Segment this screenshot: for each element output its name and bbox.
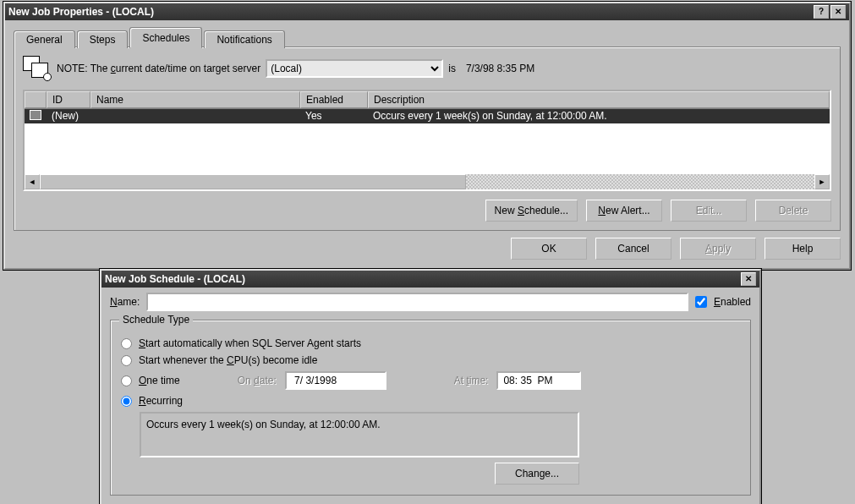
radio-recurring-label: Recurring: [139, 395, 183, 407]
radio-recurring[interactable]: [121, 396, 132, 407]
recurring-description: Occurs every 1 week(s) on Sunday, at 12:…: [140, 412, 579, 457]
job-properties-dialog: New Job Properties - (LOCAL) ? ✕ General…: [3, 2, 851, 270]
tab-steps[interactable]: Steps: [77, 30, 129, 48]
tab-general[interactable]: General: [14, 30, 75, 48]
radio-cpu-idle[interactable]: [121, 355, 132, 366]
titlebar[interactable]: New Job Properties - (LOCAL) ? ✕: [5, 3, 849, 20]
tabstrip: General Steps Schedules Notifications: [14, 27, 841, 48]
title-text: New Job Properties - (LOCAL): [8, 6, 812, 18]
radio-one-time[interactable]: [121, 375, 132, 386]
enabled-checkbox[interactable]: [695, 296, 707, 308]
close-icon[interactable]: ✕: [741, 272, 756, 286]
close-icon[interactable]: ✕: [830, 5, 846, 19]
note-is: is: [448, 63, 456, 74]
help-button[interactable]: Help: [765, 238, 841, 260]
col-icon[interactable]: [25, 91, 47, 108]
scroll-right-icon[interactable]: ►: [814, 174, 830, 189]
row-name: [90, 109, 300, 123]
list-item[interactable]: (New) Yes Occurs every 1 week(s) on Sund…: [25, 109, 830, 123]
schedule-icon: [23, 56, 52, 81]
on-date-label: On date:: [238, 375, 277, 386]
row-description: Occurs every 1 week(s) on Sunday, at 12:…: [368, 109, 830, 123]
enabled-label: Enabled: [714, 296, 751, 308]
new-alert-button[interactable]: New Alert...: [586, 200, 662, 222]
group-legend: Schedule Type: [119, 314, 193, 326]
col-id[interactable]: ID: [47, 91, 90, 108]
cancel-button[interactable]: Cancel: [595, 238, 671, 260]
ok-button[interactable]: OK: [511, 238, 587, 260]
target-server-select[interactable]: (Local): [266, 59, 443, 78]
titlebar[interactable]: New Job Schedule - (LOCAL) ✕: [101, 271, 759, 288]
tabpanel-schedules: NOTE: The current date/time on target se…: [14, 47, 841, 231]
name-label: Name:: [110, 296, 140, 308]
change-button[interactable]: Change...: [495, 463, 579, 485]
title-text: New Job Schedule - (LOCAL): [105, 273, 739, 285]
radio-autostart[interactable]: [121, 338, 132, 349]
help-icon[interactable]: ?: [814, 5, 829, 19]
delete-button[interactable]: Delete: [755, 200, 831, 222]
apply-button[interactable]: Apply: [680, 238, 756, 260]
on-date-input[interactable]: [285, 371, 386, 390]
radio-autostart-label: Start automatically when SQL Server Agen…: [139, 337, 361, 349]
at-time-label: At time:: [454, 375, 489, 386]
schedule-name-input[interactable]: [146, 293, 688, 311]
col-description[interactable]: Description: [368, 91, 830, 108]
current-datetime: 7/3/98 8:35 PM: [466, 63, 534, 74]
scroll-thumb[interactable]: [40, 174, 466, 189]
new-schedule-button[interactable]: New Schedule...: [485, 200, 578, 222]
schedule-type-group: Schedule Type Start automatically when S…: [110, 320, 751, 496]
job-schedule-dialog: New Job Schedule - (LOCAL) ✕ Name: Enabl…: [100, 269, 761, 504]
edit-button[interactable]: Edit...: [671, 200, 747, 222]
horizontal-scrollbar[interactable]: ◄ ►: [25, 174, 830, 189]
note-label: NOTE: The current date/time on target se…: [57, 63, 260, 74]
tab-notifications[interactable]: Notifications: [204, 30, 284, 48]
tab-schedules[interactable]: Schedules: [129, 27, 202, 48]
list-header: ID Name Enabled Description: [25, 91, 830, 109]
col-name[interactable]: Name: [90, 91, 300, 108]
radio-cpu-idle-label: Start whenever the CPU(s) become idle: [139, 354, 317, 366]
at-time-input[interactable]: [496, 371, 581, 390]
schedule-list: ID Name Enabled Description (New) Yes Oc…: [23, 90, 831, 191]
row-id: (New): [47, 109, 90, 123]
job-row-icon: [30, 110, 41, 120]
row-enabled: Yes: [300, 109, 368, 123]
radio-one-time-label: One time: [139, 375, 180, 386]
scroll-left-icon[interactable]: ◄: [25, 174, 40, 189]
col-enabled[interactable]: Enabled: [300, 91, 368, 108]
